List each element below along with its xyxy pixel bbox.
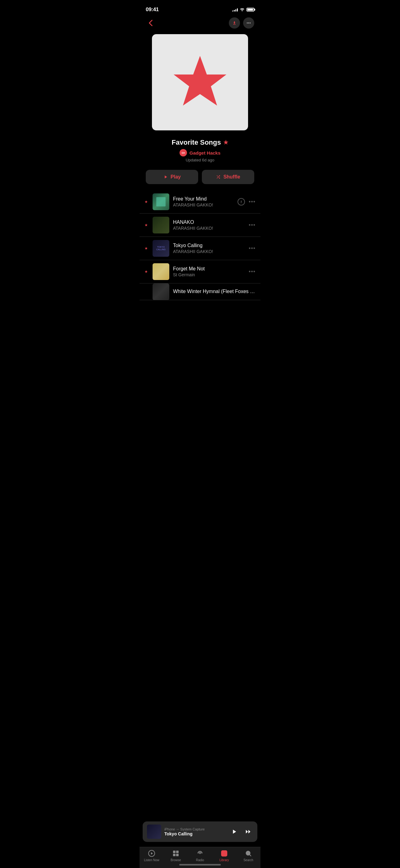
download-button[interactable]: [229, 18, 240, 29]
svg-point-0: [247, 23, 248, 24]
song-star-icon: ★: [144, 290, 149, 294]
song-more-button[interactable]: •••: [249, 245, 256, 252]
curator-avatar: GH: [179, 149, 187, 156]
nav-bar: [139, 15, 261, 31]
song-title: Forget Me Not: [173, 266, 245, 272]
song-thumbnail: TOKYOCALLING: [153, 240, 169, 257]
svg-point-2: [249, 23, 251, 24]
nav-actions: [229, 18, 254, 29]
signal-bars-icon: [232, 8, 238, 11]
song-list: ★ Free Your Mind ATARASHII GAKKO! ••• ★ …: [139, 189, 261, 302]
song-artist: St Germain: [173, 272, 245, 277]
song-star-icon: ★: [144, 246, 149, 251]
song-title: Free Your Mind: [173, 196, 234, 202]
song-info: White Winter Hymnal (Fleet Foxes Cover): [173, 289, 256, 295]
song-actions: •••: [249, 269, 256, 275]
playlist-favorite-star-icon: ★: [223, 139, 228, 146]
svg-point-1: [248, 23, 249, 24]
song-artist: ATARASHII GAKKO!: [173, 203, 234, 207]
song-item[interactable]: ★ Forget Me Not St Germain •••: [139, 260, 261, 283]
shuffle-button[interactable]: Shuffle: [202, 170, 254, 184]
song-star-icon: ★: [144, 223, 149, 227]
song-more-button[interactable]: •••: [249, 269, 256, 275]
album-art-container: [139, 31, 261, 133]
song-star-icon: ★: [144, 270, 149, 274]
song-download-icon[interactable]: [237, 198, 245, 206]
status-bar: 09:41: [139, 0, 261, 15]
back-button[interactable]: [146, 18, 156, 28]
curator-name: Gadget Hacks: [190, 150, 221, 156]
song-info: HANAKO ATARASHII GAKKO!: [173, 219, 245, 231]
song-info: Free Your Mind ATARASHII GAKKO!: [173, 196, 234, 207]
status-icons: [232, 7, 254, 12]
song-actions: •••: [249, 245, 256, 252]
song-title: Tokyo Calling: [173, 243, 245, 248]
song-thumbnail: [153, 263, 169, 280]
song-thumbnail: [153, 193, 169, 210]
battery-icon: [246, 8, 254, 11]
song-item[interactable]: ★ TOKYOCALLING Tokyo Calling ATARASHII G…: [139, 237, 261, 260]
wifi-icon: [240, 7, 245, 12]
status-time: 09:41: [146, 6, 159, 13]
song-actions: •••: [237, 198, 256, 206]
album-art: [152, 34, 248, 130]
playlist-star-icon: [169, 53, 231, 112]
song-item[interactable]: ★ Free Your Mind ATARASHII GAKKO! •••: [139, 190, 261, 214]
song-item[interactable]: ★ HANAKO ATARASHII GAKKO! •••: [139, 214, 261, 237]
playlist-curator[interactable]: GH Gadget Hacks: [146, 149, 254, 156]
playlist-updated: Updated 6d ago: [146, 158, 254, 162]
song-more-button[interactable]: •••: [249, 199, 256, 205]
song-info: Forget Me Not St Germain: [173, 266, 245, 277]
song-more-button[interactable]: •••: [249, 222, 256, 228]
song-item[interactable]: ★ White Winter Hymnal (Fleet Foxes Cover…: [139, 283, 261, 300]
play-button[interactable]: Play: [146, 170, 198, 184]
playlist-title: Favorite Songs ★: [146, 138, 254, 147]
action-buttons: Play Shuffle: [139, 165, 261, 189]
song-artist: ATARASHII GAKKO!: [173, 226, 245, 231]
song-title: HANAKO: [173, 219, 245, 225]
song-thumbnail: [153, 283, 169, 300]
song-artist: ATARASHII GAKKO!: [173, 249, 245, 254]
song-info: Tokyo Calling ATARASHII GAKKO!: [173, 243, 245, 254]
song-actions: •••: [249, 222, 256, 228]
song-star-icon: ★: [144, 199, 149, 204]
playlist-info: Favorite Songs ★ GH Gadget Hacks Updated…: [139, 133, 261, 165]
song-title: White Winter Hymnal (Fleet Foxes Cover): [173, 289, 256, 294]
more-options-button[interactable]: [243, 18, 254, 29]
song-thumbnail: [153, 217, 169, 234]
